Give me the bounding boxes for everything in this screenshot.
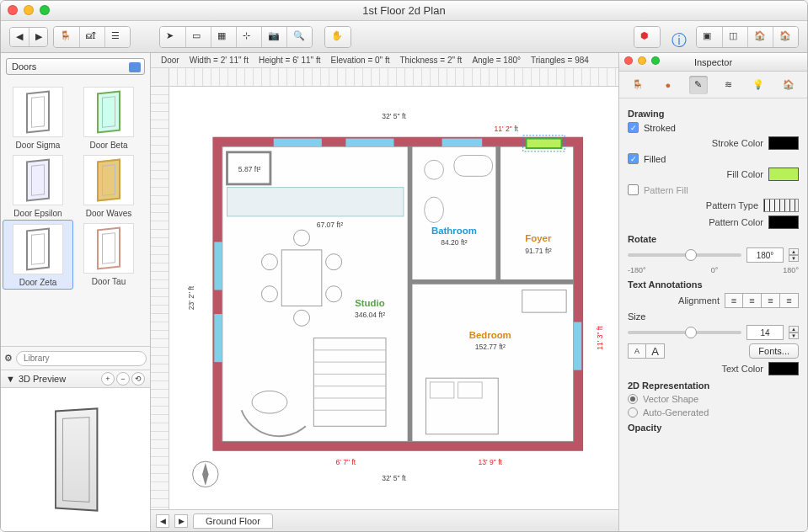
library-item-door-sigma[interactable]: Door Sigma [3, 83, 73, 152]
tool-camera-button[interactable]: 📷 [261, 27, 286, 47]
nav-forward-button[interactable]: ▶ [29, 28, 47, 46]
floor-prev-button[interactable]: ◀ [156, 514, 169, 528]
size-value[interactable]: 14 [746, 325, 784, 340]
tool-zoom-button[interactable]: 🔍 [286, 27, 312, 47]
floor-tab-ground[interactable]: Ground Floor [193, 513, 273, 529]
vector-shape-radio[interactable] [628, 394, 638, 404]
inspector-minimize[interactable] [638, 56, 646, 65]
layout-2d-button[interactable]: ▣ [697, 27, 722, 47]
library-item-door-beta[interactable]: Door Beta [73, 83, 144, 152]
window-minimize[interactable] [24, 5, 34, 15]
tool-select-button[interactable]: ➤ [160, 27, 185, 47]
fill-color-swatch[interactable] [768, 168, 799, 181]
preview-zoom-out[interactable]: − [116, 372, 130, 386]
ruler-origin [151, 68, 169, 87]
mode-list-button[interactable]: ☰ [104, 27, 130, 47]
pattern-fill-checkbox[interactable] [628, 184, 639, 195]
rotate-slider[interactable] [628, 253, 741, 257]
fonts-button[interactable]: Fonts... [749, 343, 799, 359]
inspector-panel: Inspector 🪑 ● ✎ ≋ 💡 🏠 Drawing ✓ Stroked … [618, 53, 807, 531]
align-left-button[interactable]: ≡ [725, 293, 743, 308]
window-close[interactable] [8, 5, 18, 15]
dim-top: 32' 5" ft [382, 112, 406, 120]
layout-icon: ▣ [703, 30, 716, 44]
font-large-button[interactable]: A [646, 343, 665, 359]
info-button[interactable]: ⓘ [666, 27, 691, 47]
library-settings-icon[interactable]: ⚙ [4, 353, 13, 364]
inspector-zoom[interactable] [651, 56, 660, 65]
inspector-tab-text[interactable]: ≋ [719, 76, 737, 94]
dim-left: 23' 2" ft [187, 285, 195, 310]
size-step-up[interactable]: ▲ [789, 326, 799, 332]
status-object: Door [161, 56, 179, 65]
size-slider[interactable] [628, 331, 741, 334]
window-icon [274, 139, 322, 147]
inspector-tab-materials[interactable]: ● [659, 76, 677, 94]
inspector-tab-object[interactable]: 🪑 [629, 76, 647, 94]
text-color-swatch[interactable] [768, 362, 799, 375]
auto-generated-radio[interactable] [628, 407, 638, 418]
library-item-door-tau[interactable]: Door Tau [73, 220, 144, 290]
tool-wall-button[interactable]: ▭ [185, 27, 211, 47]
stroke-color-swatch[interactable] [768, 136, 799, 150]
stroked-checkbox[interactable]: ✓ [628, 122, 639, 133]
house-icon: 🏠 [783, 79, 795, 90]
mode-sofa-button[interactable]: 🛋 [79, 27, 104, 47]
layout-split-button[interactable]: ◫ [722, 27, 747, 47]
align-justify-button[interactable]: ≡ [780, 293, 799, 308]
svg-text:84.20 ft²: 84.20 ft² [441, 238, 468, 247]
sphere-icon: ● [665, 80, 671, 90]
dim-bottom: 32' 5" ft [382, 474, 406, 482]
floor-next-button[interactable]: ▶ [174, 514, 188, 528]
nav-back-button[interactable]: ◀ [10, 28, 29, 46]
rotate-step-up[interactable]: ▲ [789, 248, 799, 255]
floor-plan-canvas[interactable]: 32' 5" ft 11' 2" ft 23' 2" ft 11' 3" ft … [169, 87, 618, 509]
hand-icon: ✋ [331, 30, 345, 44]
align-right-button[interactable]: ≡ [762, 293, 780, 308]
dim-top-right: 11' 2" ft [495, 125, 519, 133]
size-step-down[interactable]: ▼ [789, 332, 799, 339]
layout-3d-right-button[interactable]: 🏠 [773, 27, 798, 47]
section-rotate: Rotate [628, 234, 799, 244]
rotate-step-down[interactable]: ▼ [789, 255, 799, 262]
tool-dimension-button[interactable]: ⊹ [236, 27, 261, 47]
inspector-tab-light[interactable]: 💡 [749, 76, 768, 94]
library-search-input[interactable] [16, 351, 147, 366]
info-icon: ⓘ [672, 30, 685, 44]
shelf-icon: 🪑 [60, 30, 73, 44]
align-center-button[interactable]: ≡ [743, 293, 762, 308]
font-small-button[interactable]: A [628, 343, 646, 359]
room-bathroom: Bathroom [431, 226, 477, 236]
compass-icon [193, 461, 218, 487]
pattern-type-select[interactable] [763, 199, 799, 212]
library-item-door-zeta[interactable]: Door Zeta [3, 220, 73, 290]
library-item-door-waves[interactable]: Door Waves [73, 152, 144, 220]
kitchen-area: 67.07 ft² [317, 221, 344, 229]
preview-3d[interactable] [1, 388, 150, 531]
bulb-icon: 💡 [752, 79, 764, 90]
filled-checkbox[interactable]: ✓ [628, 153, 639, 164]
svg-text:152.77 ft²: 152.77 ft² [475, 343, 506, 351]
library-category-label: Doors [12, 61, 36, 72]
layout-3d-left-button[interactable]: 🏠 [747, 27, 773, 47]
pattern-color-swatch[interactable] [768, 215, 799, 229]
mode-furniture-button[interactable]: 🪑 [54, 27, 79, 47]
window-zoom[interactable] [40, 5, 50, 15]
sofa-icon: 🛋 [86, 30, 99, 44]
library-item-door-epsilon[interactable]: Door Epsilon [3, 152, 73, 220]
cursor-icon: ➤ [166, 30, 179, 44]
chair-icon: 🪑 [632, 79, 644, 90]
inspector-tab-building[interactable]: 🏠 [779, 76, 798, 94]
library-category-select[interactable]: Doors [6, 58, 145, 75]
preview-zoom-in[interactable]: + [101, 372, 115, 386]
inspector-close[interactable] [624, 56, 633, 65]
view-3d-button[interactable]: ⬢ [634, 27, 660, 47]
preview-zoom-fit[interactable]: ⟲ [131, 372, 145, 386]
tool-room-button[interactable]: ▦ [211, 27, 236, 47]
selected-door[interactable] [527, 139, 562, 148]
preview-disclosure-icon[interactable]: ▼ [6, 374, 15, 384]
rotate-value[interactable]: 180° [746, 247, 784, 263]
room-foyer: Foyer [525, 233, 552, 243]
tool-pan-button[interactable]: ✋ [325, 27, 350, 47]
inspector-tab-2d[interactable]: ✎ [689, 76, 708, 94]
